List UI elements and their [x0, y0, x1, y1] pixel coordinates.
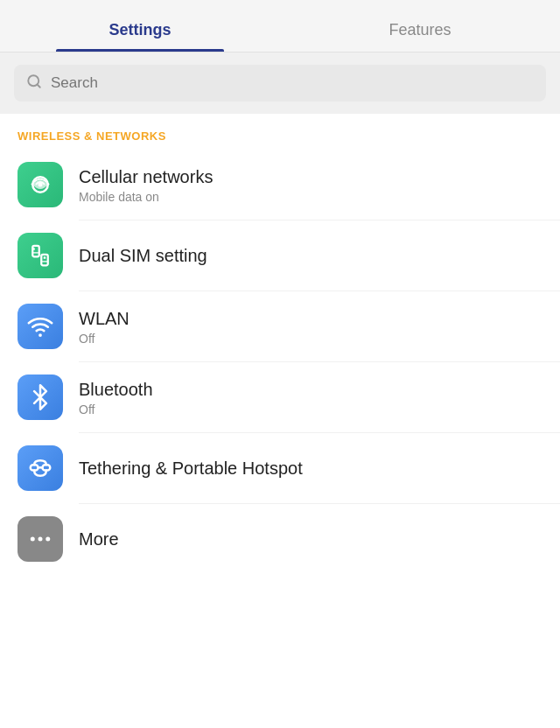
- cellular-text: Cellular networks Mobile data on: [79, 165, 213, 204]
- svg-rect-8: [32, 252, 39, 253]
- wlan-text: WLAN Off: [79, 307, 130, 346]
- wlan-icon-wrap: [18, 304, 63, 349]
- svg-point-15: [46, 537, 50, 542]
- tab-bar: Settings Features: [0, 0, 560, 52]
- search-bar: [14, 65, 546, 102]
- menu-item-cellular[interactable]: Cellular networks Mobile data on: [0, 150, 560, 220]
- bluetooth-icon-wrap: [18, 374, 63, 420]
- svg-rect-6: [41, 255, 48, 266]
- dual-sim-text: Dual SIM setting: [79, 244, 207, 267]
- menu-item-tethering[interactable]: Tethering & Portable Hotspot: [0, 433, 560, 503]
- tethering-icon-wrap: [18, 445, 63, 491]
- search-icon: [26, 74, 42, 93]
- bluetooth-text: Bluetooth Off: [79, 378, 153, 416]
- menu-item-bluetooth[interactable]: Bluetooth Off: [0, 362, 560, 432]
- menu-item-more[interactable]: More: [0, 504, 560, 574]
- tethering-text: Tethering & Portable Hotspot: [79, 457, 303, 480]
- svg-point-10: [38, 333, 42, 337]
- svg-rect-5: [32, 248, 35, 250]
- svg-rect-7: [44, 256, 46, 259]
- menu-item-dual-sim[interactable]: Dual SIM setting: [0, 220, 560, 290]
- cellular-icon-wrap: [18, 162, 63, 207]
- tab-features[interactable]: Features: [280, 21, 560, 52]
- tab-settings[interactable]: Settings: [0, 21, 280, 52]
- menu-item-wlan[interactable]: WLAN Off: [0, 291, 560, 361]
- svg-rect-9: [41, 261, 48, 262]
- more-text: More: [79, 528, 119, 550]
- section-header-wireless: WIRELESS & NETWORKS: [0, 114, 560, 150]
- svg-point-14: [38, 537, 43, 542]
- search-container: [0, 52, 560, 114]
- dual-sim-icon-wrap: [18, 233, 63, 278]
- svg-point-13: [31, 537, 35, 542]
- search-input[interactable]: [51, 74, 534, 92]
- svg-line-1: [37, 84, 39, 87]
- svg-rect-4: [32, 246, 39, 257]
- more-icon-wrap: [18, 516, 63, 562]
